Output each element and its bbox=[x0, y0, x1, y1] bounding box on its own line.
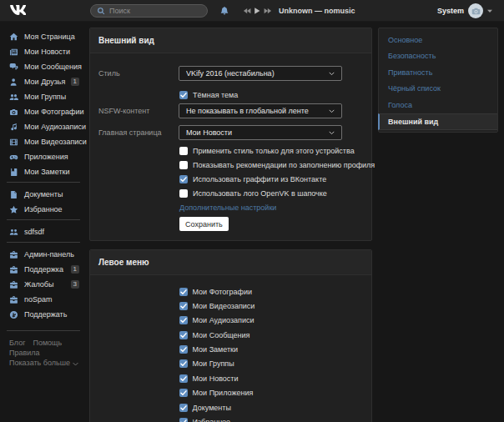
tab-general[interactable]: Основное bbox=[379, 33, 497, 48]
leftmenu-messages-checkbox[interactable] bbox=[179, 331, 188, 339]
donate-icon bbox=[9, 309, 18, 320]
sidebar-item-apps[interactable]: Приложения bbox=[9, 149, 79, 164]
option-graffiti-row[interactable]: Использовать граффити из ВКонтакте bbox=[179, 173, 326, 184]
leftmenu-groups-checkbox[interactable] bbox=[179, 359, 188, 368]
leftmenu-news-checkbox[interactable] bbox=[179, 374, 188, 383]
sidebar-item-nospam[interactable]: noSpam bbox=[9, 292, 79, 307]
search-input[interactable] bbox=[109, 7, 201, 15]
nsfw-select[interactable]: Не показывать в глобальной ленте bbox=[179, 103, 342, 118]
sidebar-item-label: sdfsdf bbox=[24, 228, 44, 236]
leftmenu-apps-checkbox[interactable] bbox=[179, 389, 188, 397]
settings-tabs-card: Основное Безопасность Приватность Чёрный… bbox=[378, 28, 498, 133]
graffiti-checkbox[interactable] bbox=[179, 175, 188, 183]
blog-link[interactable]: Блог bbox=[9, 339, 25, 347]
sidebar-item-label: Мои Фотографии bbox=[24, 108, 84, 116]
leftmenu-label: Мои Заметки bbox=[193, 345, 239, 354]
dark-theme-label: Тёмная тема bbox=[193, 91, 238, 99]
leftmenu-videos-checkbox[interactable] bbox=[179, 302, 188, 310]
leftmenu-favorites-checkbox[interactable] bbox=[179, 418, 188, 422]
sidebar-item-my-audio[interactable]: Мои Аудиозаписи bbox=[9, 119, 79, 134]
leftmenu-favorites-row[interactable]: Избранное bbox=[179, 417, 372, 422]
sidebar-item-my-notes[interactable]: Мои Заметки bbox=[9, 164, 79, 179]
tab-privacy[interactable]: Приватность bbox=[379, 65, 497, 81]
leftmenu-photos-checkbox[interactable] bbox=[179, 288, 188, 296]
style-select[interactable]: VKify 2016 (нестабильна) bbox=[179, 66, 342, 81]
option-openvk-logo-row[interactable]: Использовать лого OpenVK в шапочке bbox=[179, 188, 327, 198]
camera-icon bbox=[9, 107, 18, 118]
sidebar-item-my-videos[interactable]: Мои Видеозаписи bbox=[9, 134, 79, 149]
newspaper-icon bbox=[9, 47, 18, 58]
player-rewind-icon[interactable] bbox=[243, 7, 251, 15]
briefcase-icon bbox=[9, 264, 18, 275]
leftmenu-notes-row[interactable]: Мои Заметки bbox=[179, 344, 372, 355]
option-recommendations-row[interactable]: Показывать рекомендации по заполнению пр… bbox=[179, 159, 375, 170]
sidebar-item-support[interactable]: Поддержка 1 bbox=[9, 262, 79, 277]
tab-security[interactable]: Безопасность bbox=[379, 48, 497, 64]
user-menu-caret-icon[interactable] bbox=[486, 9, 493, 13]
left-menu-card: Левое меню Мои Фотографии Мои Видеозапис… bbox=[89, 249, 372, 422]
leftmenu-photos-row[interactable]: Мои Фотографии bbox=[179, 286, 372, 297]
left-sidebar: Моя Страница Мои Новости Мои Сообщения М… bbox=[9, 29, 79, 368]
user-name[interactable]: System bbox=[437, 0, 464, 22]
sidebar-item-reports[interactable]: Жалобы 3 bbox=[9, 277, 79, 292]
sidebar-item-my-messages[interactable]: Мои Сообщения bbox=[9, 59, 79, 74]
notes-icon bbox=[9, 167, 18, 178]
help-link[interactable]: Помощь bbox=[33, 339, 62, 347]
leftmenu-label: Мои Аудиозаписи bbox=[193, 316, 255, 324]
sidebar-item-favorites[interactable]: Избранное bbox=[9, 202, 79, 217]
sidebar-item-label: Мои Друзья bbox=[24, 78, 65, 86]
search-box[interactable] bbox=[90, 4, 208, 18]
sidebar-item-group-sdfsdf[interactable]: sdfsdf bbox=[9, 224, 79, 239]
avatar[interactable] bbox=[468, 3, 483, 18]
sidebar-item-donate[interactable]: Поддержать bbox=[9, 307, 79, 322]
camera-placeholder-icon bbox=[471, 6, 481, 17]
sidebar-item-documents[interactable]: Документы bbox=[9, 187, 79, 202]
sidebar-item-label: Приложения bbox=[24, 153, 68, 161]
dark-theme-checkbox-row[interactable]: Тёмная тема bbox=[179, 89, 238, 100]
leftmenu-apps-row[interactable]: Мои Приложения bbox=[179, 388, 372, 399]
leftmenu-documents-row[interactable]: Документы bbox=[179, 402, 372, 413]
mainpage-select[interactable]: Мои Новости bbox=[179, 125, 342, 140]
openvk-logo-checkbox[interactable] bbox=[179, 189, 188, 198]
sidebar-item-my-photos[interactable]: Мои Фотографии bbox=[9, 104, 79, 119]
player-forward-icon[interactable] bbox=[264, 7, 272, 15]
leftmenu-audio-checkbox[interactable] bbox=[179, 316, 188, 324]
device-style-checkbox[interactable] bbox=[179, 147, 188, 155]
option-device-style-row[interactable]: Применить стиль только для этого устройс… bbox=[179, 145, 355, 156]
save-button[interactable]: Сохранить bbox=[179, 217, 229, 231]
option-label: Использовать граффити из ВКонтакте bbox=[193, 175, 326, 183]
nsfw-label: NSFW-контент bbox=[98, 103, 149, 118]
music-icon bbox=[9, 122, 18, 133]
leftmenu-videos-row[interactable]: Мои Видеозаписи bbox=[179, 300, 372, 311]
sidebar-item-my-page[interactable]: Моя Страница bbox=[9, 29, 79, 44]
player-track-label: Unknown — nomusic bbox=[279, 0, 355, 22]
top-header: Unknown — nomusic System bbox=[0, 0, 504, 22]
rules-link[interactable]: Правила bbox=[9, 349, 40, 357]
tab-blacklist[interactable]: Чёрный список bbox=[379, 81, 497, 97]
sidebar-item-label: Жалобы bbox=[24, 280, 53, 289]
dark-theme-checkbox[interactable] bbox=[179, 91, 188, 99]
show-more-link[interactable]: Показать больше bbox=[9, 359, 78, 367]
sidebar-item-my-friends[interactable]: Мои Друзья 1 bbox=[9, 74, 79, 89]
leftmenu-notes-checkbox[interactable] bbox=[179, 345, 188, 354]
tab-votes[interactable]: Голоса bbox=[379, 98, 497, 113]
sidebar-item-my-groups[interactable]: Мои Группы bbox=[9, 89, 79, 104]
sidebar-item-label: Мои Видеозаписи bbox=[24, 138, 87, 146]
player-play-icon[interactable] bbox=[253, 7, 261, 15]
notifications-bell-icon[interactable] bbox=[219, 6, 229, 16]
sidebar-item-admin-panel[interactable]: Админ-панель bbox=[9, 247, 79, 262]
leftmenu-groups-row[interactable]: Мои Группы bbox=[179, 359, 372, 369]
sidebar-item-my-news[interactable]: Мои Новости bbox=[9, 44, 79, 59]
sidebar-divider bbox=[7, 182, 80, 183]
leftmenu-audio-row[interactable]: Мои Аудиозаписи bbox=[179, 315, 372, 326]
friend-icon bbox=[9, 77, 18, 88]
leftmenu-news-row[interactable]: Мои Новости bbox=[179, 373, 372, 384]
leftmenu-documents-checkbox[interactable] bbox=[179, 404, 188, 412]
vk-logo[interactable] bbox=[10, 5, 26, 15]
recommendations-checkbox[interactable] bbox=[179, 161, 188, 169]
tab-appearance[interactable]: Внешний вид bbox=[378, 113, 497, 130]
briefcase-icon bbox=[9, 294, 18, 305]
leftmenu-label: Мои Видеозаписи bbox=[193, 302, 255, 310]
leftmenu-messages-row[interactable]: Мои Сообщения bbox=[179, 329, 372, 340]
advanced-settings-link[interactable]: Дополнительные настройки bbox=[179, 203, 276, 214]
